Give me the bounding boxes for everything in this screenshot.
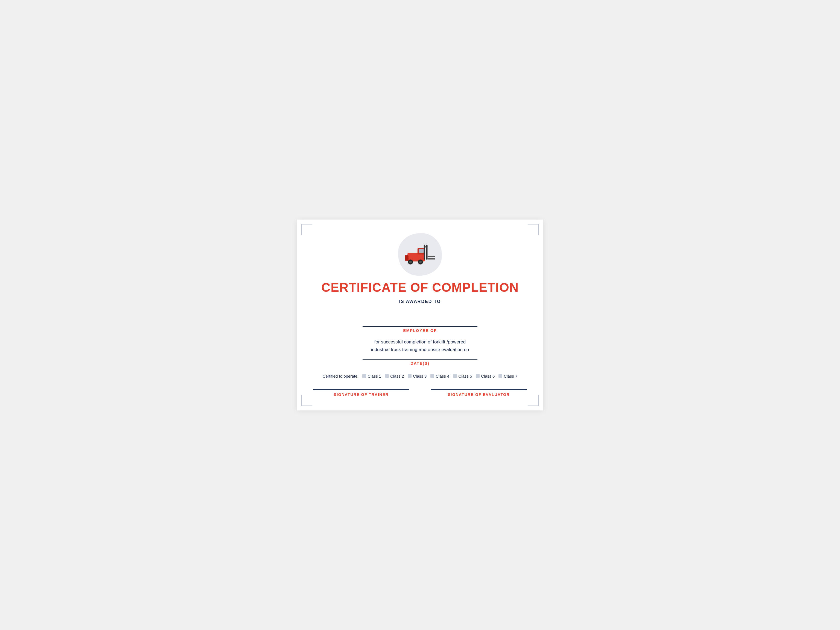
- class-2-label: Class 2: [390, 374, 404, 379]
- svg-rect-12: [405, 255, 409, 261]
- evaluator-sig-group: SIGNATURE OF EVALUATOR: [431, 389, 527, 397]
- signatures-row: SIGNATURE OF TRAINER SIGNATURE OF EVALUA…: [313, 389, 527, 397]
- evaluator-sig-line: [431, 389, 527, 390]
- logo-area: [398, 233, 442, 276]
- svg-rect-5: [428, 256, 435, 257]
- evaluator-sig-label: SIGNATURE OF EVALUATOR: [448, 392, 510, 397]
- class-1-checkbox: [362, 374, 366, 378]
- class-5-checkbox: [453, 374, 457, 378]
- body-text: for successful completion of forklift /p…: [371, 338, 469, 353]
- trainer-sig-group: SIGNATURE OF TRAINER: [313, 389, 409, 397]
- class-4-checkbox: [430, 374, 434, 378]
- corner-tl: [301, 224, 312, 235]
- name-area: [313, 312, 527, 326]
- corner-bl: [301, 395, 312, 406]
- class-5-label: Class 5: [458, 374, 472, 379]
- class-3-label: Class 3: [413, 374, 426, 379]
- class-7-checkbox: [499, 374, 502, 378]
- trainer-sig-line: [313, 389, 409, 390]
- class-4-label: Class 4: [436, 374, 449, 379]
- class-5-item: Class 5: [453, 374, 472, 379]
- class-6-checkbox: [476, 374, 480, 378]
- class-6-label: Class 6: [481, 374, 495, 379]
- class-2-checkbox: [385, 374, 389, 378]
- corner-br: [528, 395, 539, 406]
- classes-row: Certified to operate Class 1 Class 2 Cla…: [323, 374, 518, 379]
- svg-rect-7: [424, 246, 428, 248]
- class-3-item: Class 3: [408, 374, 426, 379]
- certified-label: Certified to operate: [323, 374, 358, 379]
- date-underline: [363, 359, 477, 360]
- corner-tr: [528, 224, 539, 235]
- class-1-label: Class 1: [368, 374, 381, 379]
- certificate-title: CERTIFICATE OF COMPLETION: [321, 280, 519, 295]
- svg-point-9: [409, 261, 412, 263]
- class-2-item: Class 2: [385, 374, 404, 379]
- svg-rect-2: [418, 249, 423, 253]
- class-1-item: Class 1: [362, 374, 381, 379]
- forklift-icon: [405, 242, 435, 267]
- awarded-to-text: IS AWARDED TO: [399, 299, 441, 304]
- svg-rect-6: [428, 258, 435, 259]
- class-7-label: Class 7: [504, 374, 517, 379]
- svg-point-11: [419, 261, 422, 263]
- class-4-item: Class 4: [430, 374, 449, 379]
- logo-blob: [398, 233, 442, 276]
- employee-of-group: EMPLOYEE OF: [363, 326, 477, 333]
- employee-underline: [363, 326, 477, 327]
- date-group: DATE(S): [363, 359, 477, 366]
- class-7-item: Class 7: [499, 374, 517, 379]
- dates-label: DATE(S): [411, 361, 429, 366]
- trainer-sig-label: SIGNATURE OF TRAINER: [334, 392, 389, 397]
- class-3-checkbox: [408, 374, 412, 378]
- employee-of-label: EMPLOYEE OF: [403, 328, 437, 333]
- certificate: CERTIFICATE OF COMPLETION IS AWARDED TO …: [297, 219, 543, 410]
- class-6-item: Class 6: [476, 374, 495, 379]
